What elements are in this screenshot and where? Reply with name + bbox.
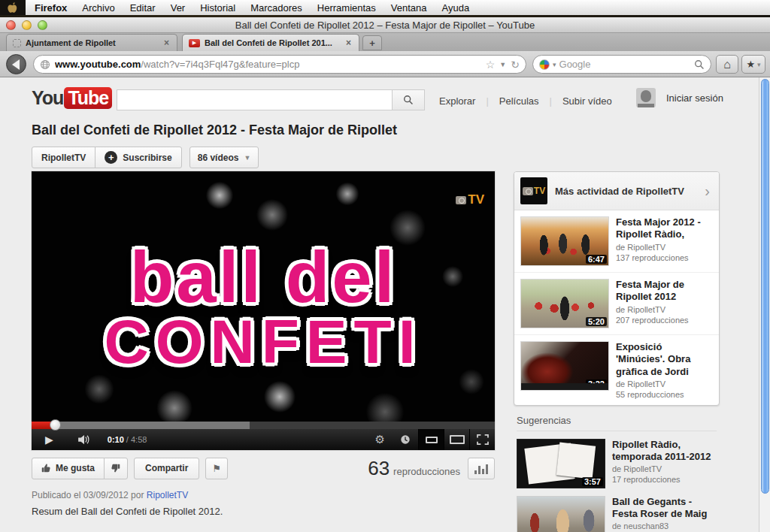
volume-button[interactable]	[67, 434, 102, 445]
activity-header[interactable]: TV Más actividad de RipolletTV ›	[514, 172, 719, 210]
activity-video-item[interactable]: 5:20 Festa Major de Ripollet 2012 de Rip…	[514, 272, 719, 334]
fullscreen-icon	[477, 434, 489, 445]
video-title[interactable]: Ripollet Ràdio, temporada 2011-2012	[612, 439, 717, 464]
menu-ayuda[interactable]: Ayuda	[435, 2, 477, 14]
buffered-bar	[32, 422, 250, 429]
views-label: reproducciones	[393, 466, 460, 477]
activity-video-item[interactable]: 6:47 Festa Major 2012 - Ripollet Ràdio, …	[514, 210, 719, 272]
url-dropdown-icon[interactable]: ▼	[499, 61, 506, 68]
video-thumbnail[interactable]: 1:55	[517, 496, 605, 532]
menu-herramientas[interactable]: Herramientas	[310, 2, 383, 14]
suggested-video-item[interactable]: 3:57 Ripollet Ràdio, temporada 2011-2012…	[514, 431, 720, 488]
bookmark-star-icon[interactable]: ☆	[486, 59, 496, 71]
back-button[interactable]	[6, 54, 26, 74]
tab-close-icon[interactable]: ×	[344, 38, 353, 48]
menu-ver[interactable]: Ver	[163, 2, 193, 14]
video-author: de RipolletTV	[612, 464, 717, 473]
menu-marcadores[interactable]: Marcadores	[243, 2, 310, 14]
video-thumbnail[interactable]: 3:22	[520, 341, 609, 391]
watch-later-clock-icon[interactable]	[393, 429, 418, 450]
menu-ventana[interactable]: Ventana	[383, 2, 435, 14]
nav-explorar[interactable]: Explorar	[429, 95, 486, 107]
video-title[interactable]: Festa Major de Ripollet 2012	[616, 279, 713, 304]
tab-close-icon[interactable]: ×	[162, 38, 171, 48]
suggestions-title: Sugerencias	[517, 415, 717, 431]
video-title[interactable]: Exposició 'Minúcies'. Obra gràfica de Jo…	[616, 341, 713, 378]
tab-ball-del-confeti[interactable]: ▶ Ball del Confeti de Ripollet 201... ×	[182, 34, 359, 51]
stats-button[interactable]	[468, 458, 495, 479]
video-thumbnail[interactable]: 6:47	[520, 216, 609, 266]
bookmarks-button[interactable]: ★▾	[741, 55, 765, 74]
apple-icon	[8, 2, 18, 13]
suggested-video-item[interactable]: 1:55 Ball de Gegants - Festa Roser de Ma…	[514, 488, 720, 532]
url-path: /watch?v=7i4q3Fql47g&feature=plcp	[141, 59, 299, 70]
google-icon[interactable]	[539, 59, 550, 70]
subscribe-widget: RipolletTV + Suscribirse	[32, 147, 182, 168]
chevron-down-icon: ▼	[244, 154, 250, 162]
window-title: Ball del Confeti de Ripollet 2012 – Fest…	[0, 20, 770, 31]
logo-you: You	[32, 87, 63, 109]
url-bar[interactable]: www.youtube.com/watch?v=7i4q3Fql47g&feat…	[33, 55, 526, 74]
video-title[interactable]: Festa Major 2012 - Ripollet Ràdio,	[616, 216, 713, 241]
scrollbar-track[interactable]	[759, 77, 770, 532]
nav-subir-video[interactable]: Subir vídeo	[552, 95, 623, 107]
menu-archivo[interactable]: Archivo	[74, 2, 122, 14]
home-button[interactable]: ⌂	[716, 55, 738, 74]
signin-area: Iniciar sesión	[636, 88, 723, 107]
large-player-button[interactable]	[444, 429, 469, 450]
share-button[interactable]: Compartir	[134, 458, 199, 479]
play-button[interactable]: ▶	[32, 434, 67, 446]
nav-peliculas[interactable]: Películas	[489, 95, 550, 107]
fullscreen-button[interactable]	[469, 429, 495, 450]
playlist-videos-button[interactable]: 86 vídeos ▼	[189, 147, 259, 168]
video-frame[interactable]: ball del CONFETI TV	[32, 171, 495, 422]
youtube-logo[interactable]: You Tube	[32, 87, 112, 109]
logo-tube: Tube	[64, 87, 112, 109]
google-search-input[interactable]	[559, 59, 691, 70]
macos-menu-bar: Firefox Archivo Editar Ver Historial Mar…	[0, 0, 770, 15]
channel-button[interactable]: RipolletTV	[32, 147, 95, 168]
chevron-right-icon[interactable]: ›	[705, 183, 713, 200]
like-button[interactable]: Me gusta	[32, 458, 105, 479]
duration-badge: 3:57	[582, 477, 603, 486]
duration-badge: 3:22	[586, 379, 607, 388]
channel-row: RipolletTV + Suscribirse 86 vídeos ▼	[32, 147, 259, 168]
url-text: www.youtube.com/watch?v=7i4q3Fql47g&feat…	[55, 59, 486, 70]
video-overlay-text-1: ball del	[130, 244, 397, 310]
camera-icon	[456, 196, 466, 204]
small-player-button[interactable]	[418, 429, 444, 450]
signin-link[interactable]: Iniciar sesión	[666, 92, 723, 104]
video-description: Resum del Ball del Confeti de Ripollet 2…	[32, 506, 223, 517]
scrollbar-thumb[interactable]	[761, 79, 769, 494]
flag-button[interactable]: ⚑	[205, 458, 228, 479]
reload-icon[interactable]: ↻	[511, 59, 520, 71]
video-author: de neuschan83	[612, 521, 717, 530]
activity-video-item[interactable]: 3:22 Exposició 'Minúcies'. Obra gràfica …	[514, 334, 719, 405]
dislike-button[interactable]	[104, 458, 128, 479]
search-icon[interactable]	[694, 59, 705, 70]
scrubber-handle[interactable]	[50, 419, 61, 431]
search-engine-dropdown-icon[interactable]: ▾	[553, 61, 556, 68]
channel-watermark: TV	[456, 192, 484, 207]
apple-menu[interactable]	[0, 0, 26, 15]
tab-ajuntament[interactable]: Ajuntament de Ripollet ×	[6, 34, 177, 51]
menu-firefox[interactable]: Firefox	[26, 2, 74, 14]
subscribe-button[interactable]: + Suscribirse	[95, 147, 180, 168]
clock-icon	[400, 434, 411, 445]
settings-gear-icon[interactable]: ⚙	[368, 429, 393, 450]
menu-historial[interactable]: Historial	[192, 2, 243, 14]
google-search-box[interactable]: ▾	[532, 55, 711, 74]
seek-bar[interactable]	[32, 422, 495, 429]
video-title[interactable]: Ball de Gegants - Festa Roser de Maig	[612, 496, 717, 521]
video-thumbnail[interactable]: 3:57	[517, 439, 605, 488]
video-title: Ball del Confeti de Ripollet 2012 - Fest…	[32, 122, 397, 138]
publisher-link[interactable]: RipolletTV	[147, 490, 188, 500]
activity-panel: TV Más actividad de RipolletTV › 6:47 Fe…	[514, 171, 720, 406]
tab-label: Ball del Confeti de Ripollet 201...	[205, 38, 340, 47]
video-thumbnail[interactable]: 5:20	[520, 279, 609, 328]
youtube-search-button[interactable]	[392, 89, 425, 110]
tab-label: Ajuntament de Ripollet	[26, 38, 158, 47]
youtube-search-input[interactable]	[117, 89, 392, 110]
new-tab-button[interactable]: +	[362, 35, 382, 50]
menu-editar[interactable]: Editar	[123, 2, 163, 14]
